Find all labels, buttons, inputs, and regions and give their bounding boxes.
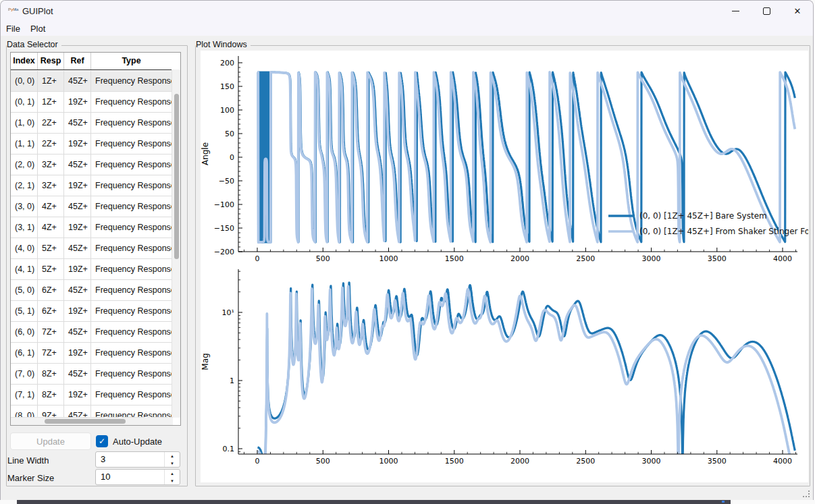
close-button[interactable]: ✕	[782, 1, 813, 21]
marker-size-increment-button[interactable]: ▲	[165, 470, 180, 477]
table-cell: 45Z+	[64, 71, 91, 91]
table-cell: 4Z+	[38, 196, 64, 217]
table-cell: Frequency Response F	[91, 155, 172, 175]
minimize-button[interactable]	[720, 1, 751, 21]
table-row[interactable]: (2, 1)3Z+19Z+Frequency Response F	[11, 175, 172, 196]
column-header-resp[interactable]: Resp	[38, 53, 64, 69]
table-cell: 6Z+	[38, 280, 64, 300]
spin-down-icon: ▼	[170, 479, 174, 483]
svg-text:0.1: 0.1	[223, 445, 235, 453]
table-header: Index Resp Ref Type	[11, 53, 172, 70]
table-cell: Frequency Response F	[91, 217, 172, 237]
table-cell: Frequency Response F	[91, 322, 172, 342]
table-cell: (5, 0)	[11, 280, 38, 300]
marker-size-decrement-button[interactable]: ▼	[165, 477, 180, 484]
table-row[interactable]: (4, 1)5Z+19Z+Frequency Response F	[11, 259, 172, 280]
table-row[interactable]: (4, 0)5Z+45Z+Frequency Response F	[11, 238, 172, 259]
svg-text:1000: 1000	[379, 457, 398, 466]
table-row[interactable]: (3, 0)4Z+45Z+Frequency Response F	[11, 196, 172, 217]
table-cell: Frequency Response F	[91, 280, 172, 300]
table-cell: 45Z+	[64, 155, 91, 175]
update-button[interactable]: Update	[10, 432, 91, 450]
svg-text:500: 500	[316, 457, 330, 466]
table-cell: 6Z+	[38, 301, 64, 321]
table-row[interactable]: (2, 0)3Z+45Z+Frequency Response F	[11, 155, 172, 175]
column-header-type[interactable]: Type	[91, 53, 172, 69]
table-row[interactable]: (6, 1)7Z+19Z+Frequency Response F	[11, 343, 172, 364]
table-body: (0, 0)1Z+45Z+Frequency Response F(0, 1)1…	[11, 71, 172, 418]
table-row[interactable]: (8, 0)9Z+45Z+Frequency Response F	[11, 405, 172, 418]
app-logo-icon: PyMa	[8, 7, 19, 11]
table-cell: Frequency Response F	[91, 175, 172, 196]
table-cell: Frequency Response F	[91, 259, 172, 279]
table-row[interactable]: (5, 0)6Z+45Z+Frequency Response F	[11, 280, 172, 301]
svg-text:−200: −200	[214, 248, 234, 256]
table-row[interactable]: (7, 1)8Z+19Z+Frequency Response F	[11, 385, 172, 405]
table-cell: 19Z+	[64, 175, 91, 196]
table-cell: (2, 1)	[11, 175, 38, 196]
marker-size-value[interactable]: 10	[101, 472, 110, 482]
app-window: PyMa GUIPlot ✕ File Plot Data Selector I…	[0, 0, 814, 500]
table-cell: (1, 1)	[11, 134, 38, 154]
line-width-decrement-button[interactable]: ▼	[165, 459, 180, 467]
table-cell: 19Z+	[64, 343, 91, 363]
table-cell: 19Z+	[64, 259, 91, 279]
svg-text:200: 200	[220, 59, 234, 67]
svg-text:500: 500	[316, 254, 330, 263]
table-cell: Frequency Response F	[91, 196, 172, 217]
data-selector-title: Data Selector	[7, 40, 61, 49]
svg-text:3500: 3500	[708, 254, 727, 263]
table-cell: 2Z+	[38, 134, 64, 154]
svg-text:Angle: Angle	[201, 142, 210, 165]
table-cell: 7Z+	[38, 343, 64, 363]
table-row[interactable]: (0, 1)1Z+19Z+Frequency Response F	[11, 92, 172, 113]
frf-table: Index Resp Ref Type (0, 0)1Z+45Z+Frequen…	[10, 52, 181, 426]
line-width-increment-button[interactable]: ▲	[165, 452, 180, 459]
resize-grip[interactable]	[803, 491, 810, 497]
column-header-index[interactable]: Index	[11, 53, 38, 69]
table-cell: (3, 0)	[11, 196, 38, 217]
table-horizontal-scrollbar[interactable]	[11, 417, 173, 425]
table-row[interactable]: (5, 1)6Z+19Z+Frequency Response F	[11, 301, 172, 322]
svg-text:4000: 4000	[773, 254, 792, 263]
table-cell: 45Z+	[64, 322, 91, 342]
maximize-button[interactable]	[751, 1, 782, 21]
titlebar: PyMa GUIPlot ✕ File Plot	[1, 1, 813, 36]
svg-text:−50: −50	[219, 177, 234, 186]
table-vertical-scrollbar[interactable]	[172, 69, 180, 418]
spin-up-icon: ▲	[170, 472, 174, 476]
marker-size-spinbox[interactable]: 10 ▲ ▼	[95, 469, 180, 485]
auto-update-checkbox[interactable]: ✓	[96, 435, 108, 447]
menu-file[interactable]: File	[1, 22, 25, 35]
table-cell: 19Z+	[64, 217, 91, 237]
table-cell: 19Z+	[64, 301, 91, 321]
table-row[interactable]: (7, 0)8Z+45Z+Frequency Response F	[11, 364, 172, 385]
table-cell: Frequency Response F	[91, 92, 172, 112]
table-cell: 1Z+	[38, 92, 64, 112]
horizontal-scrollbar-thumb[interactable]	[45, 419, 126, 424]
table-row[interactable]: (0, 0)1Z+45Z+Frequency Response F	[11, 71, 172, 92]
auto-update-control: ✓ Auto-Update	[96, 435, 162, 447]
menu-plot[interactable]: Plot	[26, 22, 50, 35]
table-row[interactable]: (1, 0)2Z+45Z+Frequency Response F	[11, 113, 172, 134]
vertical-scrollbar-thumb[interactable]	[174, 94, 179, 259]
table-cell: 9Z+	[38, 405, 64, 418]
table-cell: (4, 0)	[11, 238, 38, 258]
table-cell: 8Z+	[38, 385, 64, 405]
table-row[interactable]: (3, 1)4Z+19Z+Frequency Response F	[11, 217, 172, 238]
column-header-ref[interactable]: Ref	[64, 53, 91, 69]
line-width-spinbox[interactable]: 3 ▲ ▼	[95, 451, 180, 468]
taskbar-indicator	[722, 501, 725, 503]
table-row[interactable]: (6, 0)7Z+45Z+Frequency Response F	[11, 322, 172, 343]
table-row[interactable]: (1, 1)2Z+19Z+Frequency Response F	[11, 134, 172, 155]
table-cell: Frequency Response F	[91, 364, 172, 384]
line-width-label: Line Width	[7, 455, 49, 466]
svg-text:1000: 1000	[379, 254, 398, 263]
table-cell: 45Z+	[64, 364, 91, 384]
svg-text:2500: 2500	[576, 254, 595, 263]
table-cell: Frequency Response F	[91, 301, 172, 321]
line-width-value[interactable]: 3	[101, 454, 105, 464]
table-cell: (4, 1)	[11, 259, 38, 279]
table-cell: 4Z+	[38, 217, 64, 237]
table-cell: Frequency Response F	[91, 113, 172, 133]
